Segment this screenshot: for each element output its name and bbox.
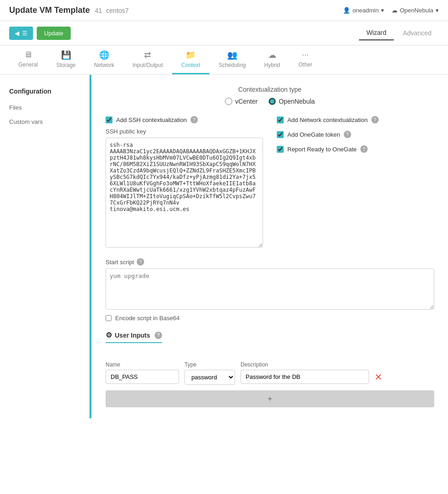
report-ready-checkbox[interactable] <box>277 146 284 153</box>
navtabs: 🖥 General 💾 Storage 🌐 Network ⇄ Input/Ou… <box>0 45 448 75</box>
add-ssh-checkbox-label[interactable]: Add SSH contextualization ? <box>106 116 263 123</box>
context-icon: 📁 <box>185 50 196 60</box>
encode-label: Encode script in Base64 <box>115 315 179 322</box>
tab-advanced[interactable]: Advanced <box>396 26 439 40</box>
navtab-network[interactable]: 🌐 Network <box>85 45 123 74</box>
context-type-label: Contextualization type <box>106 86 434 93</box>
navtab-hybrid[interactable]: ☁ Hybrid <box>255 45 290 74</box>
page-title-text: Update VM Template <box>9 6 90 15</box>
add-onegate-checkbox-label[interactable]: Add OneGate token ? <box>277 131 434 138</box>
cloud-menu[interactable]: ☁ OpenNebula ▾ <box>392 7 439 14</box>
left-col: Add SSH contextualization ? SSH public k… <box>106 116 263 249</box>
navtab-scheduling-label: Scheduling <box>218 62 246 68</box>
vcenter-radio-option[interactable]: vCenter <box>225 98 258 105</box>
opennebula-label: OpenNebula <box>279 98 315 105</box>
report-ready-help-icon[interactable]: ? <box>360 145 368 153</box>
start-script-help-icon[interactable]: ? <box>137 258 144 266</box>
remove-icon: ✕ <box>375 372 382 382</box>
sidebar-title: Configuration <box>0 84 91 100</box>
checkboxes-row: Add SSH contextualization ? SSH public k… <box>106 116 434 249</box>
input-name-label: Name <box>106 361 179 368</box>
add-network-checkbox-label[interactable]: Add Network contextualization ? <box>277 116 434 123</box>
tab-wizard[interactable]: Wizard <box>359 26 394 40</box>
navtab-storage-label: Storage <box>56 62 76 68</box>
user-inputs-header: ⚙ User Inputs ? <box>106 331 434 352</box>
sidebar-customvars-label: Custom vars <box>9 118 43 125</box>
opennebula-radio[interactable] <box>269 98 276 105</box>
navtab-other[interactable]: ··· Other <box>289 45 321 74</box>
general-icon: 🖥 <box>24 50 32 60</box>
user-inputs-label: User Inputs <box>115 332 150 339</box>
update-button[interactable]: Update <box>37 27 71 40</box>
sidebar: Configuration Files Custom vars <box>0 75 92 418</box>
back-icon: ◀ <box>15 30 19 37</box>
storage-icon: 💾 <box>61 50 71 60</box>
user-inputs-help-icon[interactable]: ? <box>155 332 162 339</box>
sidebar-files-label: Files <box>9 104 22 111</box>
input-name-group: Name <box>106 361 179 384</box>
page-title: Update VM Template 41 centos7 <box>9 6 129 15</box>
hybrid-icon: ☁ <box>268 50 276 60</box>
add-onegate-checkbox[interactable] <box>277 131 284 138</box>
add-ssh-checkbox[interactable] <box>106 117 112 123</box>
list-icon: ☰ <box>22 30 28 37</box>
add-icon: ＋ <box>266 394 274 404</box>
cloud-chevron-icon: ▾ <box>436 7 439 14</box>
navtab-hybrid-label: Hybrid <box>264 62 280 68</box>
add-network-label: Add Network contextualization <box>287 117 368 123</box>
radio-group: vCenter OpenNebula <box>106 98 434 105</box>
start-script-textarea[interactable] <box>106 268 434 310</box>
navtab-inputoutput[interactable]: ⇄ Input/Output <box>123 45 172 74</box>
actionbar-right: Wizard Advanced <box>359 26 439 40</box>
navtab-general-label: General <box>18 61 38 68</box>
navtab-inputoutput-label: Input/Output <box>133 62 163 68</box>
user-inputs-section: ⚙ User Inputs ? Name Type text password … <box>106 331 434 407</box>
other-icon: ··· <box>302 50 309 60</box>
inputoutput-icon: ⇄ <box>144 50 151 60</box>
add-onegate-help-icon[interactable]: ? <box>344 131 351 138</box>
ssh-key-textarea[interactable]: ssh-rsa AAAAB3NzaC1yc2EAAAADAQABAAAABAQD… <box>106 138 263 248</box>
sidebar-item-files[interactable]: Files <box>0 100 91 115</box>
content: Contextualization type vCenter OpenNebul… <box>92 75 448 418</box>
add-input-button[interactable]: ＋ <box>106 390 434 407</box>
opennebula-radio-option[interactable]: OpenNebula <box>269 98 315 105</box>
cloud-icon: ☁ <box>392 7 398 14</box>
add-network-help-icon[interactable]: ? <box>371 116 379 123</box>
input-name-field[interactable] <box>106 370 179 384</box>
report-ready-label: Report Ready to OneGate <box>287 146 357 153</box>
main: Configuration Files Custom vars Contextu… <box>0 75 448 418</box>
report-ready-checkbox-label[interactable]: Report Ready to OneGate ? <box>277 145 434 153</box>
navtab-storage[interactable]: 💾 Storage <box>47 45 85 74</box>
encode-checkbox[interactable] <box>106 315 112 321</box>
topbar-left: Update VM Template 41 centos7 <box>9 6 129 15</box>
input-type-select[interactable]: text password number boolean list <box>185 370 235 385</box>
template-name: centos7 <box>106 7 129 14</box>
input-type-label: Type <box>185 361 235 368</box>
input-desc-group: Description <box>241 361 369 384</box>
add-ssh-label: Add SSH contextualization <box>116 117 187 123</box>
topbar-right: 👤 oneadmin ▾ ☁ OpenNebula ▾ <box>343 7 439 14</box>
add-network-checkbox[interactable] <box>277 117 284 123</box>
remove-input-button[interactable]: ✕ <box>375 361 382 383</box>
user-inputs-row-0: Name Type text password number boolean l… <box>106 361 434 385</box>
start-script-label-text: Start script <box>106 259 134 266</box>
navtab-context[interactable]: 📁 Context <box>172 45 209 74</box>
navtab-scheduling[interactable]: 👥 Scheduling <box>209 45 255 74</box>
add-ssh-help-icon[interactable]: ? <box>190 116 198 123</box>
context-type-section: Contextualization type vCenter OpenNebul… <box>106 86 434 105</box>
actionbar: ◀ ☰ Update Wizard Advanced <box>0 21 448 45</box>
sidebar-item-custom-vars[interactable]: Custom vars <box>0 115 91 129</box>
gear-icon: ⚙ <box>106 331 112 339</box>
start-script-label: Start script ? <box>106 258 434 266</box>
user-menu[interactable]: 👤 oneadmin ▾ <box>343 7 384 14</box>
input-desc-field[interactable] <box>241 370 369 384</box>
network-icon: 🌐 <box>99 50 109 60</box>
back-button[interactable]: ◀ ☰ <box>9 27 33 40</box>
ssh-key-label: SSH public key <box>106 128 263 135</box>
vcenter-radio[interactable] <box>225 98 232 105</box>
input-type-group: Type text password number boolean list <box>185 361 235 385</box>
vcenter-label: vCenter <box>235 98 258 105</box>
navtab-general[interactable]: 🖥 General <box>9 45 47 74</box>
start-script-section: Start script ? <box>106 258 434 311</box>
topbar: Update VM Template 41 centos7 👤 oneadmin… <box>0 0 448 21</box>
